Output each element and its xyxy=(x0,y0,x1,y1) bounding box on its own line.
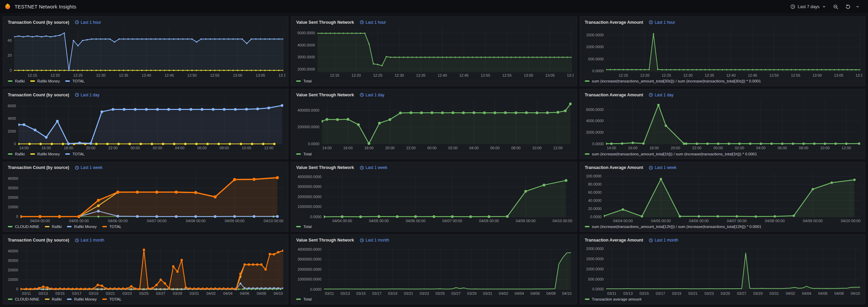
panel-time-range-link[interactable]: Last 1 week xyxy=(649,165,676,170)
panel-title[interactable]: Transaction Count (by source) xyxy=(8,20,69,25)
panel-chart[interactable]: 03/1103/1303/1503/1703/1903/2103/2303/25… xyxy=(6,244,285,296)
panel-chart[interactable]: 12:1512:2012:2512:3012:3512:4012:4512:50… xyxy=(294,26,574,78)
legend-item[interactable]: sum (increase(transactions_amount_total[… xyxy=(585,225,761,229)
svg-text:03/23: 03/23 xyxy=(420,291,429,295)
legend-item[interactable]: TOTAL xyxy=(102,225,122,229)
legend-item[interactable]: Rafiki Money xyxy=(30,79,60,83)
zoom-out-button[interactable] xyxy=(830,2,841,11)
panel-title[interactable]: Value Sent Through Network xyxy=(296,20,354,25)
svg-text:04/02: 04/02 xyxy=(785,291,795,295)
panel-title[interactable]: Transaction Average Amount xyxy=(585,20,643,25)
svg-text:2000: 2000 xyxy=(8,129,16,133)
legend-item[interactable]: CLOUD-NINE xyxy=(8,225,39,229)
panel-chart[interactable]: 12:1512:2012:2512:3012:3512:4012:4512:50… xyxy=(6,26,285,78)
panel-time-range-link[interactable]: Last 1 day xyxy=(360,93,384,97)
svg-text:06:00: 06:00 xyxy=(777,146,787,150)
panel-time-range-link[interactable]: Last 1 hour xyxy=(360,20,386,25)
panel-chart[interactable]: 14:0016:0018:0020:0022:0000:0002:0004:00… xyxy=(6,98,285,151)
svg-text:04/04: 04/04 xyxy=(223,291,233,295)
svg-text:0: 0 xyxy=(16,287,18,291)
panel-time-range-link[interactable]: Last 1 month xyxy=(75,238,104,243)
svg-text:03/25: 03/25 xyxy=(721,291,730,295)
svg-text:02:00: 02:00 xyxy=(448,146,458,150)
refresh-button[interactable] xyxy=(843,2,853,11)
legend-item[interactable]: Rafiki Money xyxy=(67,297,96,301)
panel-time-range-link[interactable]: Last 1 week xyxy=(75,165,103,170)
legend-item[interactable]: Rafiki xyxy=(45,297,62,301)
panel: Transaction Count (by source) Last 1 day… xyxy=(3,89,288,159)
svg-text:03/19: 03/19 xyxy=(388,291,398,295)
svg-text:04/06 00:00: 04/06 00:00 xyxy=(406,219,426,223)
legend-item[interactable]: Total xyxy=(296,152,311,156)
panel-title[interactable]: Value Sent Through Network xyxy=(296,238,354,243)
panel-clock-icon xyxy=(75,93,79,97)
legend-item[interactable]: TOTAL xyxy=(65,79,85,83)
svg-text:0.0000: 0.0000 xyxy=(592,69,604,73)
panel: Transaction Count (by source) Last 1 wee… xyxy=(3,162,288,232)
panel-legend: CLOUD-NINERafikiRafiki MoneyTOTAL xyxy=(6,224,285,230)
svg-text:03/27: 03/27 xyxy=(451,291,461,295)
panel-title[interactable]: Transaction Average Amount xyxy=(585,165,643,170)
panel-header: Transaction Count (by source) Last 1 mon… xyxy=(6,236,285,244)
panel-time-range-link[interactable]: Last 1 day xyxy=(649,93,673,97)
svg-text:04/08 00:00: 04/08 00:00 xyxy=(479,219,499,223)
panel-title[interactable]: Transaction Average Amount xyxy=(585,238,643,243)
panel-time-range-link[interactable]: Last 1 month xyxy=(649,238,678,243)
legend-item[interactable]: TOTAL xyxy=(102,297,122,301)
panel-chart[interactable]: 14:0016:0018:0020:0022:0000:0002:0004:00… xyxy=(294,98,574,151)
legend-item[interactable]: CLOUD-NINE xyxy=(8,297,39,301)
legend-item[interactable]: TOTAL xyxy=(65,152,85,156)
svg-text:18:00: 18:00 xyxy=(364,146,374,150)
svg-text:04/04 00:00: 04/04 00:00 xyxy=(613,219,633,223)
panel-title[interactable]: Transaction Average Amount xyxy=(585,93,643,97)
panel-chart[interactable]: 03/1103/1303/1503/1703/1903/2103/2303/25… xyxy=(294,244,574,296)
legend-item[interactable]: Total xyxy=(296,297,311,301)
panel-title[interactable]: Transaction Count (by source) xyxy=(8,165,69,170)
panel-time-range-link[interactable]: Last 1 hour xyxy=(75,20,101,25)
panel-title[interactable]: Transaction Count (by source) xyxy=(8,238,69,243)
svg-text:0.0000: 0.0000 xyxy=(592,287,604,291)
panel-time-range-label: Last 1 hour xyxy=(81,20,101,25)
legend-item[interactable]: Rafiki xyxy=(45,225,62,229)
legend-item[interactable]: Transaction average amount xyxy=(585,297,641,301)
refresh-interval-dropdown[interactable] xyxy=(855,3,863,11)
panel-chart[interactable]: 04/04 00:0004/05 00:0004/06 00:0004/07 0… xyxy=(6,171,285,224)
legend-item[interactable]: Rafiki Money xyxy=(67,225,96,229)
panel-time-range-link[interactable]: Last 1 week xyxy=(360,165,387,170)
panel-time-range-link[interactable]: Last 1 hour xyxy=(649,20,675,25)
time-range-picker[interactable]: Last 7 days xyxy=(788,2,829,11)
svg-text:4000: 4000 xyxy=(8,117,16,121)
svg-text:03/13: 03/13 xyxy=(623,291,633,295)
panel-time-range-link[interactable]: Last 1 day xyxy=(75,93,100,97)
panel-title[interactable]: Value Sent Through Network xyxy=(296,165,354,170)
svg-text:04/09 00:00: 04/09 00:00 xyxy=(516,219,536,223)
panel-chart[interactable]: 04/04 00:0004/05 00:0004/06 00:0004/07 0… xyxy=(294,171,574,224)
svg-text:03/17: 03/17 xyxy=(72,291,82,295)
panel-header: Transaction Average Amount Last 1 month xyxy=(583,236,862,244)
legend-swatch-icon xyxy=(8,80,13,82)
svg-text:03/15: 03/15 xyxy=(357,291,366,295)
svg-text:08:00: 08:00 xyxy=(511,146,521,150)
legend-item[interactable]: Rafiki xyxy=(8,79,25,83)
panel-title[interactable]: Value Sent Through Network xyxy=(296,93,354,97)
svg-text:40: 40 xyxy=(7,38,12,42)
panel-chart[interactable]: 14:0016:0018:0020:0022:0000:0002:0004:00… xyxy=(583,98,862,151)
legend-item[interactable]: sum (increase(transactions_amount_total[… xyxy=(585,152,757,156)
panel-chart[interactable]: 04/04 00:0004/05 00:0004/06 00:0004/07 0… xyxy=(583,171,862,224)
panel-chart[interactable]: 12:1512:2012:2512:3012:3512:4012:4512:50… xyxy=(583,26,862,78)
grafana-logo-icon[interactable] xyxy=(4,3,11,10)
panel-title[interactable]: Transaction Count (by source) xyxy=(8,93,69,97)
panel-time-range-link[interactable]: Last 1 month xyxy=(360,238,389,243)
panel-legend: Total xyxy=(294,78,574,85)
app-header: TESTNET Network Insights Last 7 days xyxy=(0,0,868,14)
legend-item[interactable]: Rafiki xyxy=(8,152,25,156)
legend-item[interactable]: Rafiki Money xyxy=(30,152,60,156)
svg-text:12:35: 12:35 xyxy=(119,73,128,77)
legend-item[interactable]: Total xyxy=(296,225,311,229)
legend-item[interactable]: sum (increase(transactions_amount_total[… xyxy=(585,79,761,83)
legend-item[interactable]: Total xyxy=(296,79,311,83)
panel-legend: CLOUD-NINERafikiRafiki MoneyTOTAL xyxy=(6,296,285,303)
panel-chart[interactable]: 03/1103/1303/1503/1703/1903/2103/2303/25… xyxy=(583,244,862,296)
svg-text:22:00: 22:00 xyxy=(108,146,118,150)
panel: Transaction Average Amount Last 1 hour 1… xyxy=(580,16,865,86)
